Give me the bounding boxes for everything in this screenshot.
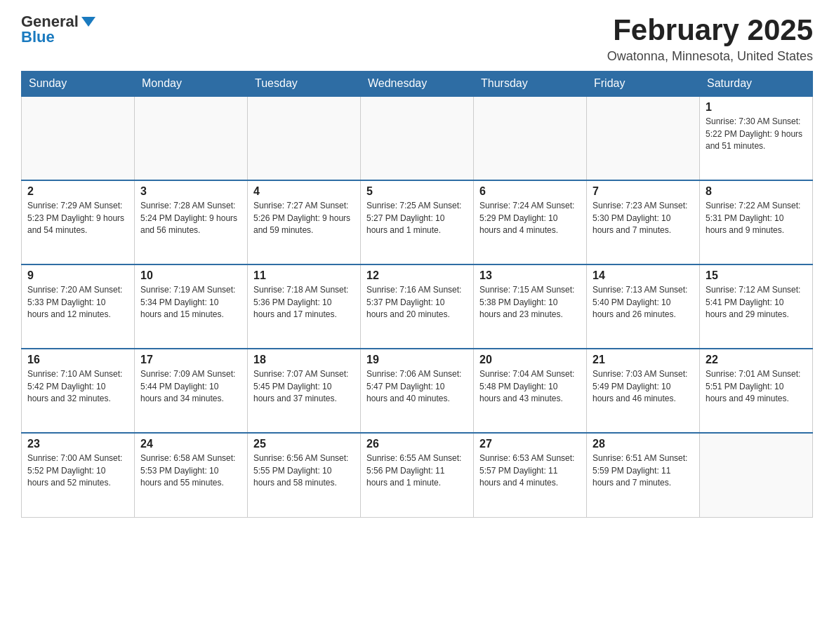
calendar-cell: 20Sunrise: 7:04 AM Sunset: 5:48 PM Dayli… (474, 349, 587, 433)
day-info: Sunrise: 7:28 AM Sunset: 5:24 PM Dayligh… (140, 200, 241, 236)
day-number: 12 (366, 269, 468, 282)
day-number: 19 (366, 354, 468, 366)
day-info: Sunrise: 7:09 AM Sunset: 5:44 PM Dayligh… (140, 368, 241, 405)
title-area: February 2025 Owatonna, Minnesota, Unite… (607, 14, 813, 64)
calendar-cell: 19Sunrise: 7:06 AM Sunset: 5:47 PM Dayli… (361, 349, 474, 433)
calendar-cell: 16Sunrise: 7:10 AM Sunset: 5:42 PM Dayli… (22, 349, 135, 433)
day-info: Sunrise: 6:53 AM Sunset: 5:57 PM Dayligh… (479, 452, 581, 489)
calendar-weekday-thursday: Thursday (474, 72, 587, 97)
day-number: 3 (140, 185, 241, 198)
calendar-cell (248, 96, 361, 180)
calendar-cell: 24Sunrise: 6:58 AM Sunset: 5:53 PM Dayli… (135, 433, 248, 517)
calendar-week-row-5: 23Sunrise: 7:00 AM Sunset: 5:52 PM Dayli… (22, 433, 813, 517)
day-number: 23 (27, 438, 128, 450)
page-header: General Blue February 2025 Owatonna, Min… (21, 14, 813, 64)
day-info: Sunrise: 7:25 AM Sunset: 5:27 PM Dayligh… (366, 200, 468, 236)
day-number: 28 (593, 438, 694, 450)
day-info: Sunrise: 7:10 AM Sunset: 5:42 PM Dayligh… (27, 368, 128, 405)
location-subtitle: Owatonna, Minnesota, United States (607, 49, 813, 64)
day-number: 20 (479, 354, 581, 366)
calendar-cell (135, 96, 248, 180)
day-number: 5 (366, 185, 468, 198)
calendar-cell: 11Sunrise: 7:18 AM Sunset: 5:36 PM Dayli… (248, 264, 361, 349)
day-number: 1 (706, 101, 807, 114)
day-info: Sunrise: 7:06 AM Sunset: 5:47 PM Dayligh… (366, 368, 468, 405)
logo-general-text: General (21, 14, 79, 29)
calendar-weekday-tuesday: Tuesday (248, 72, 361, 97)
day-info: Sunrise: 7:18 AM Sunset: 5:36 PM Dayligh… (253, 284, 355, 321)
day-number: 16 (27, 354, 128, 366)
day-info: Sunrise: 7:04 AM Sunset: 5:48 PM Dayligh… (479, 368, 581, 405)
calendar-cell: 10Sunrise: 7:19 AM Sunset: 5:34 PM Dayli… (135, 264, 248, 349)
calendar-cell: 23Sunrise: 7:00 AM Sunset: 5:52 PM Dayli… (22, 433, 135, 517)
calendar-week-row-4: 16Sunrise: 7:10 AM Sunset: 5:42 PM Dayli… (22, 349, 813, 433)
calendar-cell (361, 96, 474, 180)
calendar-cell: 5Sunrise: 7:25 AM Sunset: 5:27 PM Daylig… (361, 180, 474, 264)
day-info: Sunrise: 7:30 AM Sunset: 5:22 PM Dayligh… (706, 116, 807, 152)
calendar-week-row-1: 1Sunrise: 7:30 AM Sunset: 5:22 PM Daylig… (22, 96, 813, 180)
calendar-cell (587, 96, 700, 180)
calendar-cell: 12Sunrise: 7:16 AM Sunset: 5:37 PM Dayli… (361, 264, 474, 349)
day-number: 27 (479, 438, 581, 450)
day-info: Sunrise: 7:19 AM Sunset: 5:34 PM Dayligh… (140, 284, 241, 321)
day-info: Sunrise: 7:13 AM Sunset: 5:40 PM Dayligh… (593, 284, 694, 321)
day-info: Sunrise: 6:55 AM Sunset: 5:56 PM Dayligh… (366, 452, 468, 489)
day-number: 2 (27, 185, 128, 198)
day-info: Sunrise: 7:01 AM Sunset: 5:51 PM Dayligh… (706, 368, 807, 405)
calendar-cell: 7Sunrise: 7:23 AM Sunset: 5:30 PM Daylig… (587, 180, 700, 264)
calendar-cell: 22Sunrise: 7:01 AM Sunset: 5:51 PM Dayli… (700, 349, 813, 433)
day-number: 11 (253, 269, 355, 282)
day-info: Sunrise: 7:16 AM Sunset: 5:37 PM Dayligh… (366, 284, 468, 321)
day-number: 13 (479, 269, 581, 282)
day-number: 6 (479, 185, 581, 198)
logo-triangle-icon (81, 17, 95, 27)
month-title: February 2025 (607, 14, 813, 46)
day-info: Sunrise: 7:07 AM Sunset: 5:45 PM Dayligh… (253, 368, 355, 405)
day-number: 4 (253, 185, 355, 198)
day-info: Sunrise: 7:12 AM Sunset: 5:41 PM Dayligh… (706, 284, 807, 321)
day-info: Sunrise: 7:03 AM Sunset: 5:49 PM Dayligh… (593, 368, 694, 405)
day-number: 15 (706, 269, 807, 282)
day-info: Sunrise: 7:29 AM Sunset: 5:23 PM Dayligh… (27, 200, 128, 236)
day-number: 25 (253, 438, 355, 450)
calendar-cell (700, 433, 813, 517)
day-info: Sunrise: 7:20 AM Sunset: 5:33 PM Dayligh… (27, 284, 128, 321)
day-number: 26 (366, 438, 468, 450)
calendar-cell: 28Sunrise: 6:51 AM Sunset: 5:59 PM Dayli… (587, 433, 700, 517)
day-number: 17 (140, 354, 241, 366)
logo-blue-text: Blue (21, 29, 55, 45)
day-number: 18 (253, 354, 355, 366)
calendar-weekday-monday: Monday (135, 72, 248, 97)
day-number: 21 (593, 354, 694, 366)
day-number: 9 (27, 269, 128, 282)
day-number: 22 (706, 354, 807, 366)
day-number: 10 (140, 269, 241, 282)
calendar-cell: 27Sunrise: 6:53 AM Sunset: 5:57 PM Dayli… (474, 433, 587, 517)
day-number: 8 (706, 185, 807, 198)
calendar-cell: 2Sunrise: 7:29 AM Sunset: 5:23 PM Daylig… (22, 180, 135, 264)
calendar-weekday-friday: Friday (587, 72, 700, 97)
calendar-cell: 9Sunrise: 7:20 AM Sunset: 5:33 PM Daylig… (22, 264, 135, 349)
calendar-cell (22, 96, 135, 180)
calendar-cell: 4Sunrise: 7:27 AM Sunset: 5:26 PM Daylig… (248, 180, 361, 264)
calendar-cell (474, 96, 587, 180)
calendar-weekday-wednesday: Wednesday (361, 72, 474, 97)
calendar-cell: 3Sunrise: 7:28 AM Sunset: 5:24 PM Daylig… (135, 180, 248, 264)
calendar-cell: 25Sunrise: 6:56 AM Sunset: 5:55 PM Dayli… (248, 433, 361, 517)
calendar-weekday-saturday: Saturday (700, 72, 813, 97)
calendar-cell: 17Sunrise: 7:09 AM Sunset: 5:44 PM Dayli… (135, 349, 248, 433)
day-info: Sunrise: 6:51 AM Sunset: 5:59 PM Dayligh… (593, 452, 694, 489)
day-number: 7 (593, 185, 694, 198)
day-info: Sunrise: 7:00 AM Sunset: 5:52 PM Dayligh… (27, 452, 128, 489)
calendar-cell: 13Sunrise: 7:15 AM Sunset: 5:38 PM Dayli… (474, 264, 587, 349)
calendar-week-row-2: 2Sunrise: 7:29 AM Sunset: 5:23 PM Daylig… (22, 180, 813, 264)
day-info: Sunrise: 6:58 AM Sunset: 5:53 PM Dayligh… (140, 452, 241, 489)
day-info: Sunrise: 7:24 AM Sunset: 5:29 PM Dayligh… (479, 200, 581, 236)
day-info: Sunrise: 7:27 AM Sunset: 5:26 PM Dayligh… (253, 200, 355, 236)
calendar-weekday-sunday: Sunday (22, 72, 135, 97)
calendar-cell: 18Sunrise: 7:07 AM Sunset: 5:45 PM Dayli… (248, 349, 361, 433)
calendar-cell: 26Sunrise: 6:55 AM Sunset: 5:56 PM Dayli… (361, 433, 474, 517)
calendar-cell: 1Sunrise: 7:30 AM Sunset: 5:22 PM Daylig… (700, 96, 813, 180)
day-info: Sunrise: 7:23 AM Sunset: 5:30 PM Dayligh… (593, 200, 694, 236)
calendar-header-row: SundayMondayTuesdayWednesdayThursdayFrid… (22, 72, 813, 97)
